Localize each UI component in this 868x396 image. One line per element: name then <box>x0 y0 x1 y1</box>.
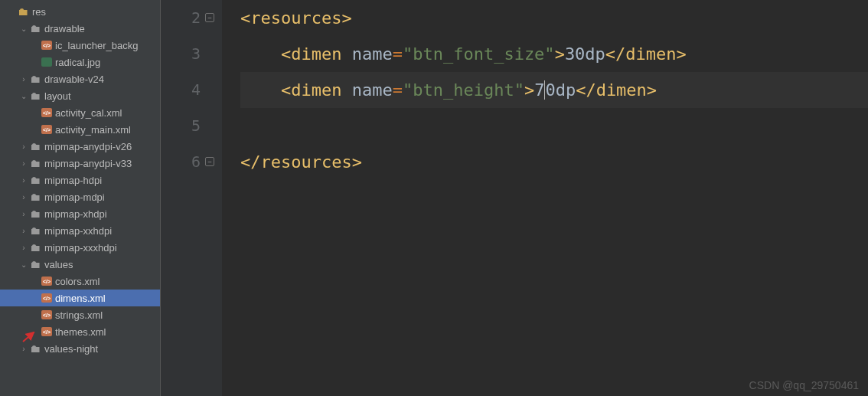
tree-item-mipmap-anydpi-v26[interactable]: mipmap-anydpi-v26 <box>0 138 160 155</box>
folder-icon <box>29 191 41 203</box>
tree-item-mipmap-mdpi[interactable]: mipmap-mdpi <box>0 188 160 205</box>
code-line <box>240 108 868 144</box>
expand-arrow-icon[interactable] <box>18 75 29 83</box>
tree-item-label: mipmap-anydpi-v33 <box>44 158 132 169</box>
tree-item-mipmap-xhdpi[interactable]: mipmap-xhdpi <box>0 205 160 222</box>
tree-item-label: dimens.xml <box>55 293 106 304</box>
fold-marker-icon[interactable]: − <box>205 13 214 22</box>
xml-icon <box>41 293 52 303</box>
tree-item-themes-xml[interactable]: themes.xml <box>0 323 160 340</box>
tree-item-mipmap-hdpi[interactable]: mipmap-hdpi <box>0 172 160 188</box>
tree-item-label: strings.xml <box>55 309 103 321</box>
xml-icon <box>41 310 52 319</box>
folder-icon <box>29 241 41 254</box>
folder-icon <box>29 22 41 34</box>
code-line: <dimen name="btn_font_size">30dp</dimen> <box>240 36 868 72</box>
xml-icon <box>41 108 52 117</box>
expand-arrow-icon[interactable] <box>18 345 29 353</box>
tree-item-label: mipmap-xhdpi <box>44 208 107 220</box>
expand-arrow-icon[interactable] <box>18 159 29 168</box>
watermark-text: CSDN @qq_29750461 <box>749 379 859 391</box>
img-icon <box>41 57 52 67</box>
tree-item-radical-jpg[interactable]: radical.jpg <box>0 54 160 70</box>
folder-icon <box>29 157 41 169</box>
folder-icon <box>29 174 41 186</box>
tree-item-ic-launcher-backg[interactable]: ic_launcher_backg <box>0 37 160 54</box>
tree-item-mipmap-xxhdpi[interactable]: mipmap-xxhdpi <box>0 222 160 239</box>
tree-item-label: activity_main.xml <box>55 124 131 136</box>
fold-marker-icon[interactable]: − <box>205 157 214 166</box>
xml-icon <box>41 277 52 286</box>
code-editor[interactable]: 2− 3 4 5 6− <resources> <dimen name="btn… <box>161 0 868 396</box>
tree-item-dimens-xml[interactable]: dimens.xml <box>0 290 160 306</box>
tree-item-label: themes.xml <box>55 326 106 338</box>
tree-item-label: drawable-v24 <box>44 74 104 85</box>
tree-item-label: colors.xml <box>55 276 100 287</box>
tree-item-label: values-night <box>44 343 98 355</box>
expand-arrow-icon[interactable] <box>18 244 29 252</box>
tree-item-layout[interactable]: layout <box>0 87 160 104</box>
expand-arrow-icon[interactable] <box>18 25 29 33</box>
tree-item-label: layout <box>44 90 71 102</box>
xml-icon <box>41 41 52 50</box>
expand-arrow-icon[interactable] <box>18 210 29 218</box>
code-line: <resources> <box>240 0 868 36</box>
tree-item-label: mipmap-anydpi-v26 <box>44 141 132 152</box>
project-tree-sidebar[interactable]: resdrawableic_launcher_backgradical.jpgd… <box>0 0 161 396</box>
code-line-active: <dimen name="btn_height">70dp</dimen> <box>240 72 868 108</box>
tree-item-label: mipmap-hdpi <box>44 175 102 186</box>
folder-icon <box>29 342 41 355</box>
tree-item-activity-cal-xml[interactable]: activity_cal.xml <box>0 104 160 121</box>
folder-icon <box>29 90 41 102</box>
expand-arrow-icon[interactable] <box>18 92 29 100</box>
tree-item-res[interactable]: res <box>0 3 160 20</box>
expand-arrow-icon[interactable] <box>18 176 29 185</box>
folder-icon <box>29 224 41 237</box>
tree-item-label: drawable <box>44 23 85 34</box>
folder-icon <box>29 73 41 85</box>
folder-icon <box>29 208 41 220</box>
tree-item-drawable[interactable]: drawable <box>0 20 160 37</box>
xml-icon <box>41 125 52 134</box>
xml-icon <box>41 327 52 336</box>
line-gutter: 2− 3 4 5 6− <box>161 0 222 396</box>
tree-item-label: mipmap-xxxhdpi <box>44 242 117 254</box>
res-icon <box>17 5 29 18</box>
folder-icon <box>29 140 41 152</box>
expand-arrow-icon[interactable] <box>18 193 29 201</box>
tree-item-mipmap-xxxhdpi[interactable]: mipmap-xxxhdpi <box>0 239 160 256</box>
tree-item-mipmap-anydpi-v33[interactable]: mipmap-anydpi-v33 <box>0 155 160 172</box>
tree-item-label: mipmap-xxhdpi <box>44 225 112 237</box>
expand-arrow-icon[interactable] <box>18 142 29 151</box>
tree-item-label: ic_launcher_backg <box>55 40 138 51</box>
tree-item-values-night[interactable]: values-night <box>0 340 160 357</box>
tree-item-label: activity_cal.xml <box>55 107 122 119</box>
tree-item-label: radical.jpg <box>55 57 100 68</box>
tree-item-drawable-v24[interactable]: drawable-v24 <box>0 70 160 87</box>
tree-item-colors-xml[interactable]: colors.xml <box>0 273 160 290</box>
tree-item-label: values <box>44 259 73 270</box>
tree-item-label: mipmap-mdpi <box>44 191 105 203</box>
tree-item-activity-main-xml[interactable]: activity_main.xml <box>0 121 160 138</box>
expand-arrow-icon[interactable] <box>18 227 29 235</box>
code-area[interactable]: <resources> <dimen name="btn_font_size">… <box>222 0 868 396</box>
tree-item-label: res <box>32 6 46 18</box>
tree-item-strings-xml[interactable]: strings.xml <box>0 306 160 323</box>
tree-item-values[interactable]: values <box>0 256 160 273</box>
folder-icon <box>29 258 41 270</box>
expand-arrow-icon[interactable] <box>18 260 29 269</box>
code-line: </resources> <box>240 144 868 180</box>
